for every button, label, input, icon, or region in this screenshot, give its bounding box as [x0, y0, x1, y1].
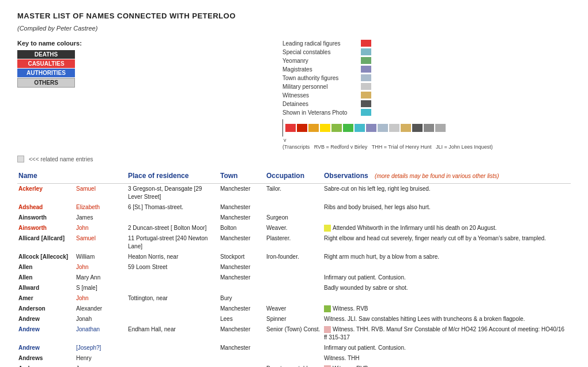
place-cell: 59 Loom Street [127, 262, 219, 273]
observations-cell: Right arm much hurt, by a blow from a sa… [323, 252, 571, 262]
surname-cell: Andrews [17, 364, 75, 367]
occupation-cell: Senior (Town) Const. [265, 324, 323, 343]
town-cell: Manchester [219, 233, 265, 252]
col-header-occupation: Occupation [265, 169, 323, 184]
table-row: Allward S [male] Badly wounded by sabre … [17, 283, 571, 293]
place-cell: Heaton Norris, near [127, 252, 219, 262]
table-row: Ackerley Samuel 3 Gregson-st, Deansgate … [17, 184, 571, 203]
firstname-cell: Henry [75, 353, 127, 364]
table-row: Amer John Tottington, near Bury [17, 293, 571, 304]
main-table: Name Place of residence Town Occupation … [17, 169, 571, 367]
town-cell: Manchester [219, 213, 265, 223]
legend-item-4: Magistrates [282, 66, 571, 73]
table-row: Ainsworth John 2 Duncan-street [ Bolton … [17, 223, 571, 233]
occupation-cell [265, 202, 323, 213]
legend-section: Leading radical figures Special constabl… [282, 40, 571, 150]
firstname-cell: James [75, 364, 127, 367]
place-cell [127, 364, 219, 367]
occupation-cell: Weaver. [265, 223, 323, 233]
firstname-cell: S [male] [75, 283, 127, 293]
surname-cell: Andrew [17, 314, 75, 324]
observations-cell: Infirmary out patient. Contusion. [323, 273, 571, 283]
firstname-cell: Jonathan [75, 324, 127, 343]
place-cell: 2 Duncan-street [ Bolton Moor] [127, 223, 219, 233]
table-row: Adshead Elizabeth 6 [St.] Thomas-street.… [17, 202, 571, 213]
place-cell [127, 283, 219, 293]
town-cell: Manchester [219, 324, 265, 343]
table-row: Allen John 59 Loom Street Manchester [17, 262, 571, 273]
firstname-cell: Alexander [75, 304, 127, 314]
observations-cell [323, 293, 571, 304]
place-cell: 11 Portugal-street [240 Newton Lane] [127, 233, 219, 252]
place-cell [127, 213, 219, 223]
firstname-cell: Samuel [75, 233, 127, 252]
place-cell: 3 Gregson-st, Deansgate [29 Lever Street… [127, 184, 219, 203]
observations-cell: Witness. RVB. [323, 364, 571, 367]
town-cell: Lees [219, 314, 265, 324]
firstname-cell: John [75, 223, 127, 233]
surname-cell: Andrew [17, 324, 75, 343]
compiled-by: (Compiled by Peter Castree) [17, 25, 571, 32]
observations-cell: Sabre-cut on his left leg, right leg bru… [323, 184, 571, 203]
observations-cell: Attended Whitworth in the Infirmary unti… [323, 223, 571, 233]
page-title: MASTER LIST OF NAMES CONNECTED WITH PETE… [17, 12, 571, 20]
col-header-name: Name [17, 169, 75, 184]
legend-item-2: Special constables [282, 48, 571, 55]
table-row: Ainsworth James Manchester Surgeon [17, 213, 571, 223]
surname-cell: Ackerley [17, 184, 75, 203]
key-label: Key to name colours: [17, 40, 82, 47]
observations-cell: Witness. JLI. Saw constables hitting Lee… [323, 314, 571, 324]
place-cell [127, 314, 219, 324]
surname-cell: Allen [17, 273, 75, 283]
color-bar [282, 119, 571, 137]
town-cell: Manchester [219, 304, 265, 314]
firstname-cell: John [75, 262, 127, 273]
firstname-cell: John [75, 293, 127, 304]
town-cell [219, 353, 265, 364]
observations-cell: Infirmary out patient. Contusion. [323, 343, 571, 353]
town-cell: Manchester [219, 343, 265, 353]
occupation-cell [265, 273, 323, 283]
occupation-cell [265, 283, 323, 293]
occupation-cell: Tailor. [265, 184, 323, 203]
occupation-cell [265, 343, 323, 353]
table-row: Allen Mary Ann Manchester Infirmary out … [17, 273, 571, 283]
observations-cell: Ribs and body bruised, her legs also hur… [323, 202, 571, 213]
place-cell: Tottington, near [127, 293, 219, 304]
occupation-cell: Weaver [265, 304, 323, 314]
observations-cell: Badly wounded by sabre or shot. [323, 283, 571, 293]
observations-cell [323, 262, 571, 273]
occupation-cell [265, 293, 323, 304]
col-header-observations: Observations (more details may be found … [323, 169, 571, 184]
col-header-town: Town [219, 169, 265, 184]
key-casualties: CASUALTIES [17, 59, 75, 68]
legend-item-7: Witnesses [282, 92, 571, 99]
table-row: Anderson Alexander Manchester Weaver Wit… [17, 304, 571, 314]
town-cell [219, 364, 265, 367]
firstname-cell: [Joseph?] [75, 343, 127, 353]
occupation-cell [265, 353, 323, 364]
town-cell: Manchester [219, 184, 265, 203]
legend-item-3: Yeomanry [282, 57, 571, 64]
transcripts-note: (Transcripts RVB = Redford v Birley THH … [282, 144, 571, 150]
occupation-cell: Plasterer. [265, 233, 323, 252]
occupation-cell: Deputy constable [265, 364, 323, 367]
observations-cell: Right elbow and head cut severely, finge… [323, 233, 571, 252]
surname-cell: Amer [17, 293, 75, 304]
town-cell [219, 283, 265, 293]
surname-cell: Ainsworth [17, 213, 75, 223]
firstname-cell: Elizabeth [75, 202, 127, 213]
place-cell [127, 353, 219, 364]
key-deaths: DEATHS [17, 50, 75, 59]
firstname-cell: Jonah [75, 314, 127, 324]
table-row: Allcock [Allecock] William Heaton Norris… [17, 252, 571, 262]
surname-cell: Allcock [Allecock] [17, 252, 75, 262]
town-cell: Stockport [219, 252, 265, 262]
observations-cell: Witness. THH [323, 353, 571, 364]
related-note: <<< related name entries [17, 156, 571, 162]
place-cell: Endham Hall, near [127, 324, 219, 343]
surname-cell: Adshead [17, 202, 75, 213]
place-cell [127, 343, 219, 353]
firstname-cell: James [75, 213, 127, 223]
town-cell: Manchester [219, 273, 265, 283]
